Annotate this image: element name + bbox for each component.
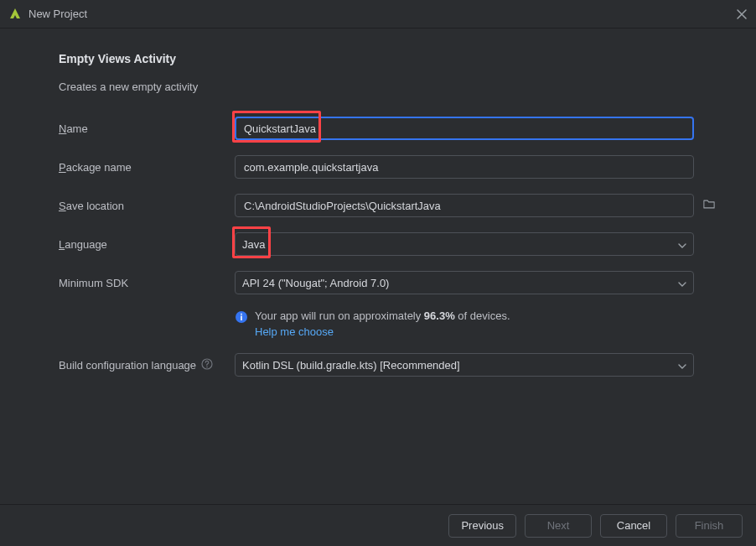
sdk-hint-text: Your app will run on approximately 96.3%… bbox=[255, 309, 510, 322]
template-heading: Empty Views Activity bbox=[59, 52, 722, 65]
row-build-config: Build configuration language Kotlin DSL … bbox=[59, 353, 722, 377]
row-save-location: Save location bbox=[59, 194, 722, 217]
label-package: Package name bbox=[59, 161, 235, 174]
svg-rect-1 bbox=[241, 316, 242, 321]
label-minsdk: Minimum SDK bbox=[59, 277, 235, 289]
build-config-select[interactable]: Kotlin DSL (build.gradle.kts) [Recommend… bbox=[235, 353, 694, 377]
label-build-config: Build configuration language bbox=[59, 358, 235, 372]
label-name: Name bbox=[59, 122, 235, 135]
help-me-choose-link[interactable]: Help me choose bbox=[255, 325, 334, 338]
language-select-value: Java bbox=[242, 238, 265, 251]
row-language: Language Java bbox=[59, 232, 722, 256]
name-field[interactable] bbox=[235, 117, 694, 140]
row-name: Name bbox=[59, 117, 722, 140]
dialog-content: Empty Views Activity Creates a new empty… bbox=[0, 29, 756, 504]
svg-point-4 bbox=[206, 366, 208, 367]
package-field[interactable] bbox=[235, 155, 694, 179]
previous-button[interactable]: Previous bbox=[448, 514, 516, 538]
chevron-down-icon bbox=[678, 359, 686, 372]
label-language: Language bbox=[59, 238, 235, 251]
minsdk-select[interactable]: API 24 ("Nougat"; Android 7.0) bbox=[235, 271, 694, 294]
name-input[interactable] bbox=[242, 122, 686, 136]
save-location-field[interactable] bbox=[235, 194, 694, 217]
dialog-title: New Project bbox=[28, 8, 736, 20]
titlebar: New Project bbox=[0, 0, 756, 29]
android-studio-icon bbox=[8, 8, 22, 21]
help-icon[interactable] bbox=[201, 358, 213, 372]
browse-folder-icon[interactable] bbox=[702, 199, 716, 213]
svg-rect-2 bbox=[241, 314, 242, 315]
cancel-button[interactable]: Cancel bbox=[600, 514, 667, 538]
row-package: Package name bbox=[59, 155, 722, 179]
build-config-select-value: Kotlin DSL (build.gradle.kts) [Recommend… bbox=[242, 359, 460, 372]
chevron-down-icon bbox=[678, 277, 686, 289]
info-icon bbox=[235, 310, 248, 326]
language-select[interactable]: Java bbox=[235, 232, 694, 256]
package-input[interactable] bbox=[242, 160, 686, 174]
next-button: Next bbox=[525, 514, 592, 538]
dialog-footer: Previous Next Cancel Finish bbox=[0, 504, 756, 546]
template-description: Creates a new empty activity bbox=[59, 81, 722, 93]
minsdk-select-value: API 24 ("Nougat"; Android 7.0) bbox=[242, 277, 389, 289]
row-sdk-hint: Your app will run on approximately 96.3%… bbox=[59, 309, 722, 338]
row-minsdk: Minimum SDK API 24 ("Nougat"; Android 7.… bbox=[59, 271, 722, 294]
save-location-input[interactable] bbox=[242, 199, 668, 213]
close-icon[interactable] bbox=[736, 8, 748, 20]
finish-button[interactable]: Finish bbox=[676, 514, 743, 538]
chevron-down-icon bbox=[678, 238, 686, 251]
label-save-location: Save location bbox=[59, 200, 235, 212]
